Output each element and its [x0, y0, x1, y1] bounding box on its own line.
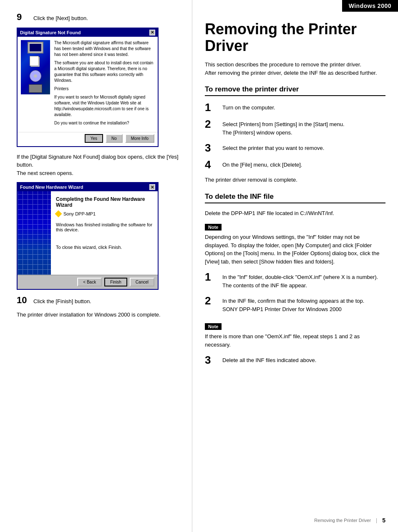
delete-step-2-row: 2 In the INF file, confirm that the foll…	[205, 295, 385, 313]
footer-page-number: 5	[382, 517, 385, 524]
wizard-cancel-button[interactable]: Cancel	[130, 278, 154, 286]
step-9-row: 9 Click the [Next] button.	[17, 13, 182, 23]
remove-step-3-text: Select the printer that you want to remo…	[222, 142, 324, 152]
step-10-completion: The printer driver installation for Wind…	[17, 311, 182, 319]
printer-icon	[29, 84, 42, 93]
digital-signature-dialog: Digital Signature Not Found ✕	[17, 28, 159, 147]
wizard-bottom-text: To close this wizard, click Finish.	[56, 245, 153, 250]
delete-step-2-number: 2	[205, 295, 217, 306]
delete-step-1-number: 1	[205, 271, 217, 282]
monitor-icon	[28, 42, 43, 53]
step-10-row: 10 Click the [Finish] button.	[17, 296, 182, 306]
remove-step-1-number: 1	[205, 102, 217, 113]
wizard-heading: Completing the Found New Hardware Wizard	[56, 196, 153, 208]
footer-label: Removing the Printer Driver	[314, 518, 371, 523]
dialog1-text1: The Microsoft digital signature affirms …	[54, 40, 154, 58]
remove-step-2-row: 2 Select [Printers] from [Settings] in t…	[205, 119, 385, 137]
page-container: 9 Click the [Next] button. Digital Signa…	[0, 0, 398, 532]
remove-step-4-text: On the [File] menu, click [Delete].	[222, 159, 302, 169]
footer-separator: |	[376, 517, 377, 523]
remove-step-3-row: 3 Select the printer that you want to re…	[205, 142, 385, 153]
delete-step-3-row: 3 Delete all the INF files indicated abo…	[205, 355, 385, 365]
dialog1-no-button[interactable]: No	[106, 134, 123, 143]
remove-step-4-row: 4 On the [File] menu, click [Delete].	[205, 159, 385, 170]
remove-step-2-text: Select [Printers] from [Settings] in the…	[222, 119, 345, 137]
section-title-line1: Removing the Printer	[205, 20, 357, 38]
delete-step-1-row: 1 In the "Inf" folder, double-click "Oem…	[205, 271, 385, 289]
step-10-instruction: Click the [Finish] button.	[33, 296, 91, 306]
wizard-finish-button[interactable]: Finish	[104, 278, 127, 286]
wizard-title-bar: Found New Hardware Wizard ✕	[18, 183, 158, 191]
right-column: Windows 2000 Removing the Printer Driver…	[192, 0, 398, 532]
dialog1-text5: Do you want to continue the installation…	[54, 120, 154, 126]
wizard-right-panel: Completing the Found New Hardware Wizard…	[51, 191, 158, 275]
wizard-left-panel	[18, 191, 51, 275]
step-10-number: 10	[17, 296, 29, 305]
section-intro: This section describes the procedure to …	[205, 61, 385, 77]
delete-section-title: To delete the INF file	[205, 193, 385, 203]
dialog1-close-button[interactable]: ✕	[149, 30, 155, 35]
wizard-title-text: Found New Hardware Wizard	[20, 185, 83, 190]
dialog1-title-bar: Digital Signature Not Found ✕	[18, 28, 158, 37]
removal-completion-note: The printer driver removal is complete.	[205, 176, 385, 184]
left-column: 9 Click the [Next] button. Digital Signa…	[0, 0, 192, 532]
dialog1-title-text: Digital Signature Not Found	[20, 30, 81, 35]
step9-note: If the [Digital Signature Not Found] dia…	[17, 153, 182, 177]
remove-step-1-row: 1 Turn on the computer.	[205, 102, 385, 113]
dialog1-more-button[interactable]: More Info	[125, 134, 154, 143]
note1-text: Depending on your Windows settings, the …	[205, 233, 385, 266]
dialog1-text4: If you want to search for Microsoft digi…	[54, 94, 154, 118]
wizard-dialog: Found New Hardware Wizard ✕ Completing t…	[17, 182, 159, 290]
note2-label: Note	[205, 323, 222, 330]
wizard-body: Completing the Found New Hardware Wizard…	[18, 191, 158, 275]
wizard-footer: < Back Finish Cancel	[18, 275, 158, 289]
step-10-section: 10 Click the [Finish] button. The printe…	[17, 296, 182, 319]
dialog1-text3: Printers	[54, 86, 154, 92]
wizard-body-text: Windows has finished installing the soft…	[56, 222, 153, 232]
dialog1-icon-area	[21, 40, 50, 94]
page-footer: Removing the Printer Driver | 5	[314, 517, 385, 524]
note1-label: Note	[205, 224, 222, 231]
section-title-line2: Driver	[205, 37, 248, 54]
wizard-close-button[interactable]: ✕	[149, 184, 155, 190]
dialog1-text2: The software you are about to install do…	[54, 60, 154, 84]
wizard-back-button[interactable]: < Back	[77, 278, 102, 286]
wizard-diamond-icon	[55, 210, 62, 218]
wizard-device-row: Sony DPP-MP1	[56, 211, 153, 216]
dialog1-body: The Microsoft digital signature affirms …	[18, 37, 158, 132]
note2-text: If there is more than one "OemX.inf" fil…	[205, 332, 385, 349]
step-9-instruction: Click the [Next] button.	[33, 13, 88, 23]
dialog1-yes-button[interactable]: Yes	[85, 134, 103, 143]
remove-step-1-text: Turn on the computer.	[222, 102, 275, 112]
disk-icon	[30, 70, 41, 82]
delete-section-intro: Delete the DPP-MP1 INF file located in C…	[205, 209, 385, 218]
section-title: Removing the Printer Driver	[205, 21, 385, 54]
windows-2000-badge: Windows 2000	[342, 0, 398, 12]
remove-step-2-number: 2	[205, 119, 217, 129]
document-stack-icon	[29, 56, 42, 68]
remove-step-3-number: 3	[205, 142, 217, 153]
remove-step-4-number: 4	[205, 159, 217, 170]
delete-step-1-text: In the "Inf" folder, double-click "OemX.…	[222, 271, 385, 289]
wizard-device-label: Sony DPP-MP1	[63, 211, 96, 216]
dialog1-buttons: Yes No More Info	[18, 132, 158, 146]
step-9-number: 9	[17, 13, 29, 22]
delete-step-3-text: Delete all the INF files indicated above…	[222, 355, 316, 365]
dialog1-text-area: The Microsoft digital signature affirms …	[54, 40, 154, 129]
remove-section-title: To remove the printer driver	[205, 85, 385, 96]
delete-step-2-text: In the INF file, confirm that the follow…	[222, 295, 364, 313]
delete-step-3-number: 3	[205, 355, 217, 365]
